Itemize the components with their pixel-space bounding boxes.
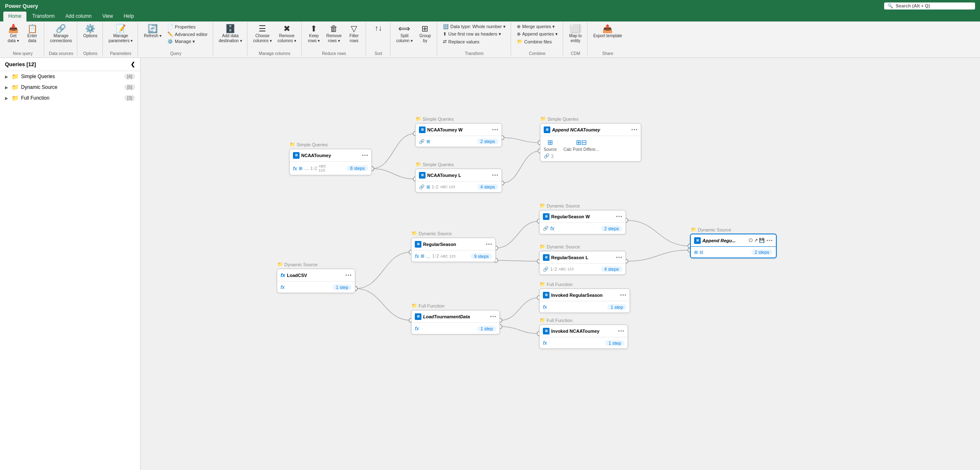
filter-rows-button[interactable]: ▽ Filterrows (345, 23, 363, 45)
refresh-button[interactable]: 🔄 Refresh ▾ (141, 23, 164, 40)
node-body-ncaa-l: 🔗 ⊞ 1↑2 ABC 123 4 steps (416, 181, 502, 192)
properties-icon: 📄 (167, 24, 173, 29)
use-first-row-button[interactable]: ⬆ Use first row as headers ▾ (440, 31, 508, 38)
node-regularseason[interactable]: 📁 Dynamic Source ⊞ RegularSeason ⋯ fx ⊞ … (411, 238, 496, 262)
node-invoked-ncaa[interactable]: 📁 Full Function ⊞ Invoked NCAAToumey ⋯ f… (539, 324, 628, 349)
ncaa-menu[interactable]: ⋯ (362, 151, 368, 159)
sort-icon: ↑↓ (375, 24, 382, 32)
abc-icon-l: ABC 123 (440, 185, 455, 189)
node-header-rs-l: ⊞ RegularSeason L ⋯ (540, 251, 626, 264)
split-column-button[interactable]: ⟺ Splitcolumn ▾ (394, 23, 415, 45)
rs-l-menu[interactable]: ⋯ (616, 253, 622, 261)
append-rs-steps: 2 steps (752, 249, 773, 255)
node-ncaa-w[interactable]: 📁 Simple Queries ⊞ NCAAToumey W ⋯ 🔗 ⊞ 2 … (415, 123, 502, 147)
manage-params-button[interactable]: 📝 Manageparameters ▾ (106, 23, 135, 45)
calc-label: Calc Point Differe... (564, 147, 599, 152)
append-queries-button[interactable]: ⊕ Append queries ▾ (514, 31, 560, 38)
irs-menu[interactable]: ⋯ (620, 291, 626, 299)
folder-icon-fullfn: 📁 (12, 95, 19, 101)
manage-button[interactable]: ⚙️ Manage ▾ (165, 38, 210, 45)
node-rs-w[interactable]: 📁 Dynamic Source ⊞ RegularSeason W ⋯ 🔗 f… (539, 210, 626, 234)
append-queries-icon: ⊕ (517, 31, 521, 37)
rs-w-menu[interactable]: ⋯ (616, 212, 622, 220)
get-data-button[interactable]: 📥 Getdata ▾ (4, 23, 22, 45)
replace-values-button[interactable]: ⇄ Replace values (440, 38, 508, 45)
node-body-append-ncaa: ⊞ Source ⊞⊟ Calc Point Differe... 🔗 2 (540, 136, 641, 161)
sort-button[interactable]: ↑↓ (369, 23, 388, 34)
advanced-editor-button[interactable]: ✏️ Advanced editor (165, 31, 210, 38)
append-ncaa-menu[interactable]: ⋯ (631, 126, 637, 134)
lt-menu[interactable]: ⋯ (490, 313, 496, 320)
node-loadcsv[interactable]: 📁 Dynamic Source fx LoadCSV ⋯ fx 1 step (277, 269, 355, 293)
advanced-editor-icon: ✏️ (167, 31, 173, 37)
data-type-button[interactable]: 🔢 Data type: Whole number ▾ (440, 23, 508, 30)
ribbon-group-destination: 🗄️ Add datadestination ▾ (214, 22, 247, 57)
share-icon[interactable]: ⬡ (749, 238, 753, 243)
app-body: Queries [12] ❮ ▶ 📁 Simple Queries [4] ▶ … (0, 58, 980, 470)
search-box[interactable]: 🔍 Search (Alt + Q) (884, 2, 975, 10)
arrow-icon[interactable]: ↗ (754, 238, 758, 243)
sidebar-collapse-icon[interactable]: ❮ (131, 61, 135, 67)
options-label: Options (78, 51, 102, 56)
loadcsv-menu[interactable]: ⋯ (345, 271, 352, 279)
search-placeholder: Search (Alt + Q) (896, 3, 930, 8)
choose-columns-button[interactable]: ☰ Choosecolumns ▾ (251, 23, 274, 45)
node-append-ncaa[interactable]: 📁 Simple Queries ⊞ Append NCAAToumey ⋯ ⊞… (540, 123, 641, 162)
sidebar-item-dynamic[interactable]: ▶ 📁 Dynamic Source [5] (0, 82, 140, 93)
manage-connections-button[interactable]: 🔗 Manageconnections (48, 23, 74, 45)
simple-queries-count: [4] (124, 74, 135, 79)
remove-columns-button[interactable]: ✖ Removecolumns ▾ (275, 23, 299, 45)
sidebar-item-simple[interactable]: ▶ 📁 Simple Queries [4] (0, 71, 140, 82)
ribbon-tab-home[interactable]: Home (3, 12, 26, 21)
export-template-button[interactable]: 📤 Export template (591, 23, 625, 40)
save-icon[interactable]: 💾 (759, 238, 765, 243)
ribbon-group-query: 🔄 Refresh ▾ 📄 Properties ✏️ Advanced edi… (139, 22, 213, 57)
refresh-icon: 🔄 (147, 24, 158, 33)
title-bar: Power Query 🔍 Search (Alt + Q) (0, 0, 980, 12)
ribbon-tab-help[interactable]: Help (119, 12, 139, 21)
rs-l-steps: 4 steps (601, 266, 622, 272)
node-rs-l[interactable]: 📁 Dynamic Source ⊞ RegularSeason L ⋯ 🔗 1… (539, 251, 626, 275)
node-ncaa-l[interactable]: 📁 Simple Queries ⊞ NCAAToumey L ⋯ 🔗 ⊞ 1↑… (415, 169, 502, 193)
ncaa-label: NCAAToumey (301, 153, 331, 158)
table-icon2: ⊞ (299, 166, 302, 171)
options-button[interactable]: ⚙️ Options (81, 23, 100, 40)
map-to-entity-button[interactable]: ⬜ Map toentity (566, 23, 585, 45)
folder-icon-dynamic: 📁 (12, 84, 19, 91)
ncaa-l-menu[interactable]: ⋯ (492, 171, 498, 179)
transform-label: Transform (438, 51, 511, 56)
source-icon: ⊞ (547, 138, 553, 146)
add-data-dest-button[interactable]: 🗄️ Add datadestination ▾ (216, 23, 245, 45)
group-by-button[interactable]: ⊞ Groupby (416, 23, 434, 45)
properties-button[interactable]: 📄 Properties (165, 23, 210, 30)
node-body-lt: fx 1 step (412, 323, 500, 334)
ncaa-w-menu[interactable]: ⋯ (492, 126, 498, 134)
incaa-menu[interactable]: ⋯ (618, 327, 624, 335)
keep-rows-button[interactable]: ⬆ Keeprows ▾ (305, 23, 323, 45)
merge-queries-button[interactable]: ⊕ Merge queries ▾ (514, 23, 560, 30)
queries-count: Queries [12] (5, 61, 36, 67)
rs-menu[interactable]: ⋯ (485, 240, 492, 248)
table-icon-l: ⊞ (426, 184, 430, 190)
ribbon-group-datasources: 🔗 Manageconnections Data sources (45, 22, 77, 57)
append-rs-menu[interactable]: ⋯ (766, 236, 773, 244)
remove-rows-button[interactable]: 🗑 Removerows ▾ (324, 23, 344, 45)
full-function-label: Full Function (21, 95, 50, 101)
group-by-icon: ⊞ (421, 24, 428, 33)
enter-data-button[interactable]: 📋 Enterdata (23, 23, 41, 45)
node-ncaa-tourney[interactable]: 📁 Simple Queries ⊞ NCAAToumey ⋯ fx ⊞ … 1… (289, 149, 372, 175)
node-invoked-rs[interactable]: 📁 Full Function ⊞ Invoked RegularSeason … (539, 289, 630, 313)
ribbon-group-sort: ↑↓ Sort (367, 22, 390, 57)
node-loadtournament[interactable]: 📁 Full Function ⊞ LoadTournamentData ⋯ f… (411, 310, 500, 334)
node-append-regular[interactable]: 📁 Dynamic Source ⊞ Append Regu... ⬡ ↗ 💾 … (690, 234, 777, 258)
table-body-append: ⊞ (694, 250, 698, 255)
datasources-label: Data sources (45, 51, 77, 56)
manage-params-icon: 📝 (116, 24, 126, 33)
abc-icon-rs: ABC 123 (440, 254, 455, 258)
node-body-irs: fx 1 step (540, 301, 630, 313)
ribbon-tab-transform[interactable]: Transform (27, 12, 59, 21)
combine-files-button[interactable]: 📁 Combine files (514, 38, 560, 45)
ribbon-tab-add-column[interactable]: Add column (60, 12, 96, 21)
ribbon-tab-view[interactable]: View (98, 12, 118, 21)
sidebar-item-fullfn[interactable]: ▶ 📁 Full Function [3] (0, 93, 140, 103)
